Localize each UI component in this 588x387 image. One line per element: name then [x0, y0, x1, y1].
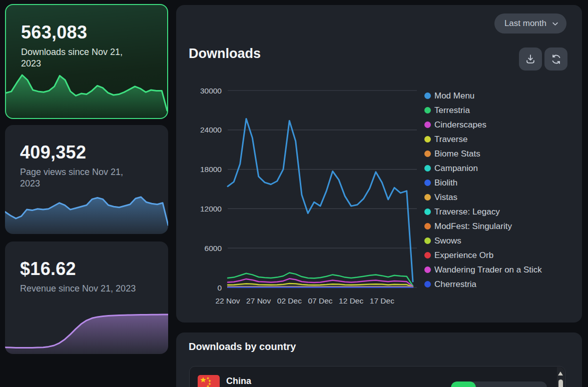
legend-dot-icon	[424, 122, 431, 128]
legend-dot-icon	[424, 223, 431, 230]
legend-label: Wandering Trader on a Stick	[434, 265, 542, 275]
svg-text:22 Nov: 22 Nov	[215, 296, 240, 305]
svg-text:02 Dec: 02 Dec	[277, 296, 302, 305]
legend-item-biome-stats[interactable]: Biome Stats	[424, 146, 542, 161]
svg-text:12000: 12000	[200, 204, 222, 213]
legend-item-traverse[interactable]: Traverse	[424, 132, 542, 146]
legend-label: Mod Menu	[434, 91, 474, 101]
legend-dot-icon	[424, 208, 431, 215]
country-progress-fill	[451, 382, 476, 387]
legend-item-terrestria[interactable]: Terrestria	[424, 103, 542, 118]
country-name: China	[226, 376, 251, 386]
stat-card-page-views[interactable]: 409,352 Page views since Nov 21, 2023	[5, 125, 168, 234]
legend-item-campanion[interactable]: Campanion	[424, 161, 542, 176]
legend-label: Cinderscapes	[434, 120, 486, 130]
legend-item-vistas[interactable]: Vistas	[424, 190, 542, 204]
country-progress-bar	[451, 382, 547, 387]
svg-text:12 Dec: 12 Dec	[339, 296, 363, 305]
svg-text:07 Dec: 07 Dec	[308, 296, 332, 305]
svg-text:6000: 6000	[205, 244, 222, 252]
legend-dot-icon	[424, 180, 431, 186]
country-panel-title: Downloads by country	[189, 341, 296, 352]
svg-text:27 Nov: 27 Nov	[246, 296, 271, 305]
legend-item-cinderscapes[interactable]: Cinderscapes	[424, 118, 542, 132]
svg-text:0: 0	[217, 284, 222, 292]
legend-dot-icon	[424, 281, 431, 288]
china-flag-icon	[198, 375, 220, 387]
legend-item-experience-orb[interactable]: Experience Orb	[424, 248, 542, 262]
revenue-total-label: Revenue since Nov 21, 2023	[20, 283, 143, 294]
svg-text:18000: 18000	[200, 165, 222, 174]
downloads-by-country-panel: Downloads by country China	[176, 332, 582, 387]
downloads-total: 563,083	[21, 22, 152, 43]
legend-dot-icon	[424, 266, 431, 273]
legend-item-modfest-singularity[interactable]: ModFest: Singularity	[424, 219, 542, 234]
page-views-total: 409,352	[20, 142, 153, 163]
legend-dot-icon	[424, 194, 431, 200]
svg-text:24000: 24000	[200, 126, 222, 134]
revenue-total: $16.62	[20, 258, 153, 280]
legend-dot-icon	[424, 238, 431, 244]
country-list: China	[189, 366, 565, 387]
legend-label: Vistas	[434, 192, 457, 202]
revenue-sparkline-chart	[5, 312, 168, 354]
legend-item-wandering-trader-on-a-stick[interactable]: Wandering Trader on a Stick	[424, 262, 542, 277]
legend-label: Traverse	[434, 134, 467, 144]
legend-dot-icon	[424, 165, 431, 172]
page-views-total-label: Page views since Nov 21, 2023	[20, 166, 143, 190]
legend-dot-icon	[424, 92, 431, 99]
legend-dot-icon	[424, 136, 431, 142]
legend-label: Experience Orb	[434, 250, 493, 260]
chart-legend: Mod MenuTerrestriaCinderscapesTraverseBi…	[424, 88, 542, 292]
legend-label: ModFest: Singularity	[434, 222, 512, 232]
legend-label: Biome Stats	[434, 149, 480, 159]
scroll-up-arrow-icon[interactable]	[558, 372, 563, 376]
country-list-scrollbar[interactable]	[557, 367, 564, 387]
pageviews-sparkline-chart	[5, 194, 168, 234]
downloads-total-label: Downloads since Nov 21, 2023	[21, 46, 144, 70]
legend-label: Biolith	[434, 178, 457, 188]
legend-label: Campanion	[434, 164, 478, 174]
legend-item-traverse-legacy[interactable]: Traverse: Legacy	[424, 204, 542, 219]
legend-label: Cherrestria	[434, 280, 476, 290]
country-row: China	[190, 366, 565, 387]
stat-card-downloads[interactable]: 563,083 Downloads since Nov 21, 2023	[5, 4, 168, 119]
legend-dot-icon	[424, 150, 431, 157]
legend-label: Swows	[434, 236, 461, 246]
svg-text:30000: 30000	[200, 86, 222, 95]
legend-item-cherrestria[interactable]: Cherrestria	[424, 277, 542, 292]
legend-label: Terrestria	[434, 106, 470, 116]
analytics-dashboard: 563,083 Downloads since Nov 21, 2023 409…	[0, 0, 588, 387]
downloads-sparkline-chart	[6, 72, 167, 118]
legend-item-biolith[interactable]: Biolith	[424, 176, 542, 190]
stat-card-revenue[interactable]: $16.62 Revenue since Nov 21, 2023	[5, 242, 168, 354]
legend-dot-icon	[424, 107, 431, 114]
legend-dot-icon	[424, 252, 431, 258]
legend-item-mod-menu[interactable]: Mod Menu	[424, 88, 542, 103]
legend-label: Traverse: Legacy	[434, 207, 500, 217]
legend-item-swows[interactable]: Swows	[424, 234, 542, 248]
scrollbar-thumb[interactable]	[558, 380, 563, 387]
downloads-panel: Last month Downloads	[176, 5, 582, 322]
svg-text:17 Dec: 17 Dec	[370, 296, 394, 305]
